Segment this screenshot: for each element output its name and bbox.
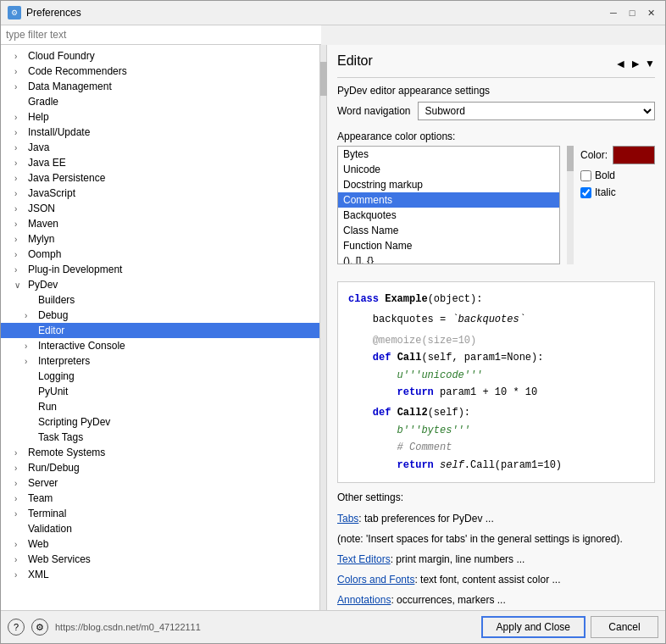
expand-arrow: › — [14, 158, 25, 168]
code-line-1: class Example(object): — [348, 291, 644, 308]
sidebar-item-terminal[interactable]: › Terminal — [1, 506, 319, 521]
sidebar-item-label: Editor — [38, 325, 64, 336]
color-item-function-name[interactable]: Function Name — [338, 238, 559, 253]
sidebar-item-pyunit[interactable]: › PyUnit — [1, 384, 319, 399]
other-settings-title: Other settings: — [337, 491, 655, 503]
sidebar-item-java[interactable]: › Java — [1, 140, 319, 155]
sidebar-item-label: Server — [28, 477, 58, 489]
color-item-class-name[interactable]: Class Name — [338, 223, 559, 238]
expand-arrow: › — [14, 540, 25, 549]
sidebar-item-label: XML — [28, 569, 49, 580]
expand-arrow: › — [14, 174, 25, 183]
sidebar-item-scripting[interactable]: › Scripting PyDev — [1, 414, 319, 430]
search-input[interactable] — [6, 29, 316, 41]
main-content: › Cloud Foundry › Code Recommenders › Da… — [1, 45, 665, 610]
sidebar-item-gradle[interactable]: › Gradle — [1, 94, 319, 109]
cancel-button[interactable]: Cancel — [591, 616, 658, 638]
sidebar-item-team[interactable]: › Team — [1, 491, 319, 506]
back-button[interactable]: ◄ — [614, 57, 626, 70]
sidebar-item-web[interactable]: › Web — [1, 536, 319, 552]
close-button[interactable]: ✕ — [643, 6, 658, 19]
panel-title: Editor — [337, 53, 373, 74]
appearance-title: Appearance color options: — [337, 130, 655, 142]
sidebar-item-help[interactable]: › Help — [1, 109, 319, 125]
italic-checkbox[interactable] — [580, 187, 591, 198]
color-options-list: Bytes Unicode Docstring markup Comments … — [337, 146, 560, 264]
sidebar-item-oomph[interactable]: › Oomph — [1, 247, 319, 262]
link-tabs[interactable]: Tabs — [337, 513, 358, 525]
sidebar-item-label: Builders — [38, 294, 75, 306]
sidebar-item-server[interactable]: › Server — [1, 475, 319, 491]
right-panel: Editor ◄ ► ▼ PyDev editor appearance set… — [327, 45, 665, 610]
expand-arrow: › — [14, 204, 25, 214]
sidebar-item-debug[interactable]: › Debug — [1, 308, 319, 323]
sidebar-item-pydev[interactable]: ∨ PyDev — [1, 277, 319, 292]
color-item-bytes[interactable]: Bytes — [338, 147, 559, 162]
expand-arrow: › — [14, 464, 25, 473]
link-annotations-rest: : occurrences, markers ... — [391, 594, 505, 606]
link-annotations-line: Annotations: occurrences, markers ... — [337, 590, 655, 610]
code-line-7: def Call2(self): — [348, 404, 644, 421]
sidebar-item-code-recommenders[interactable]: › Code Recommenders — [1, 64, 319, 79]
color-item-brackets[interactable]: (), [], {} — [338, 253, 559, 264]
minimize-button[interactable]: ─ — [606, 6, 621, 19]
sidebar-item-cloud-foundry[interactable]: › Cloud Foundry — [1, 48, 319, 64]
link-annotations[interactable]: Annotations — [337, 594, 391, 606]
apply-close-button[interactable]: Apply and Close — [481, 616, 586, 638]
sidebar-item-task-tags[interactable]: › Task Tags — [1, 430, 319, 445]
color-row: Color: — [580, 146, 655, 164]
word-nav-select[interactable]: Subword Default PyDev — [418, 102, 656, 120]
sidebar-item-label: Web — [28, 538, 48, 550]
sidebar-item-label: Help — [28, 111, 49, 123]
color-item-unicode[interactable]: Unicode — [338, 162, 559, 177]
sidebar-item-interpreters[interactable]: › Interpreters — [1, 353, 319, 369]
title-bar-left: ⚙ Preferences — [8, 6, 81, 19]
bottom-bar: ? ⚙ https://blog.csdn.net/m0_47122111 Ap… — [1, 610, 665, 643]
preferences-window: ⚙ Preferences ─ □ ✕ › Cloud Foundry › Co… — [0, 0, 666, 644]
color-swatch[interactable] — [613, 146, 655, 164]
color-item-comments[interactable]: Comments — [338, 192, 559, 208]
sidebar-item-json[interactable]: › JSON — [1, 201, 319, 216]
sidebar-item-maven[interactable]: › Maven — [1, 216, 319, 231]
expand-arrow: › — [14, 219, 25, 229]
sidebar-item-install-update[interactable]: › Install/Update — [1, 125, 319, 140]
sidebar-item-interactive-console[interactable]: › Interactive Console — [1, 338, 319, 353]
view-menu-button[interactable]: ▼ — [645, 57, 655, 70]
sidebar-item-builders[interactable]: › Builders — [1, 292, 319, 308]
sidebar-scrollbar[interactable] — [320, 45, 326, 610]
link-colors-fonts[interactable]: Colors and Fonts — [337, 574, 414, 586]
settings-icon-symbol: ⚙ — [36, 622, 44, 633]
sidebar-item-data-management[interactable]: › Data Management — [1, 79, 319, 94]
sidebar-item-editor[interactable]: › Editor — [1, 323, 319, 338]
sidebar-item-label: Run — [38, 401, 57, 413]
color-item-backquotes[interactable]: Backquotes — [338, 208, 559, 223]
sidebar-item-java-persistence[interactable]: › Java Persistence — [1, 170, 319, 186]
sidebar-item-run[interactable]: › Run — [1, 399, 319, 414]
link-colors-fonts-line: Colors and Fonts: text font, content ass… — [337, 569, 655, 590]
sidebar-item-remote-systems[interactable]: › Remote Systems — [1, 445, 319, 460]
sidebar-item-web-services[interactable]: › Web Services — [1, 552, 319, 567]
sidebar-item-mylyn[interactable]: › Mylyn — [1, 231, 319, 247]
bold-checkbox[interactable] — [580, 170, 591, 181]
code-line-10: return self.Call(param1=10) — [348, 457, 644, 474]
expand-arrow: › — [14, 82, 25, 92]
settings-icon[interactable]: ⚙ — [31, 619, 48, 636]
maximize-button[interactable]: □ — [624, 6, 640, 19]
sidebar-item-logging[interactable]: › Logging — [1, 369, 319, 384]
sidebar-item-validation[interactable]: › Validation — [1, 521, 319, 536]
color-list-scrollbar[interactable] — [567, 146, 574, 264]
expand-arrow: › — [14, 143, 25, 153]
forward-button[interactable]: ► — [630, 57, 641, 70]
color-item-docstring[interactable]: Docstring markup — [338, 177, 559, 192]
expand-arrow: › — [14, 479, 25, 488]
sidebar-item-run-debug[interactable]: › Run/Debug — [1, 460, 319, 475]
link-text-editors[interactable]: Text Editors — [337, 553, 391, 565]
help-icon[interactable]: ? — [8, 619, 25, 636]
appearance-row: Bytes Unicode Docstring markup Comments … — [337, 146, 655, 264]
sidebar-item-java-ee[interactable]: › Java EE — [1, 155, 319, 170]
sidebar-item-xml[interactable]: › XML — [1, 567, 319, 582]
sidebar-item-label: Gradle — [28, 96, 58, 108]
sidebar-item-plugin-dev[interactable]: › Plug-in Development — [1, 262, 319, 277]
link-note: (note: 'Insert spaces for tabs' in the g… — [337, 533, 623, 545]
sidebar-item-javascript[interactable]: › JavaScript — [1, 186, 319, 201]
